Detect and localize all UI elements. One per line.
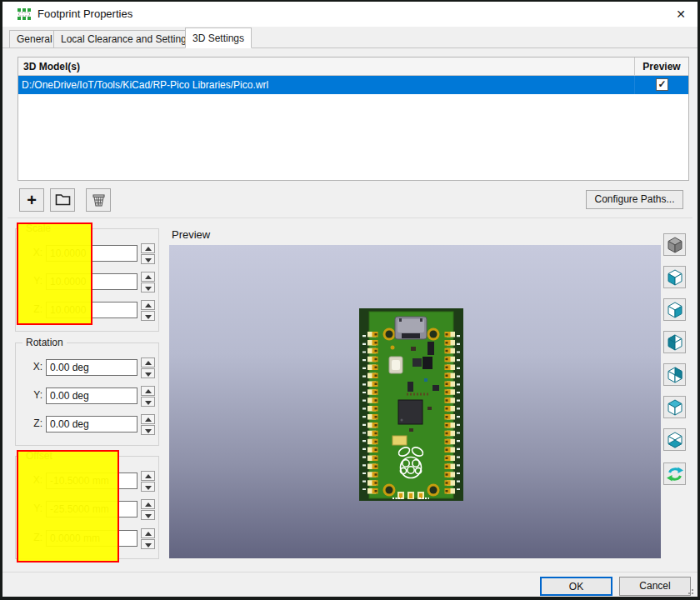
resize-grip[interactable] bbox=[685, 586, 693, 594]
spin-down-button[interactable] bbox=[141, 425, 155, 435]
rotation-x-spinner bbox=[141, 358, 155, 378]
spin-down-button[interactable] bbox=[141, 368, 155, 378]
tab-local-clearance[interactable]: Local Clearance and Settings bbox=[53, 30, 199, 48]
offset-z-input[interactable] bbox=[46, 530, 138, 547]
close-button[interactable]: ✕ bbox=[664, 2, 698, 27]
view-bottom-button[interactable] bbox=[663, 428, 686, 451]
scale-x-label: X: bbox=[18, 247, 42, 258]
rotation-z-label: Z: bbox=[18, 418, 42, 429]
rotation-y-input[interactable] bbox=[46, 388, 138, 404]
tab-3d-settings[interactable]: 3D Settings bbox=[185, 28, 252, 48]
spin-down-button[interactable] bbox=[141, 397, 155, 407]
offset-z-spinner bbox=[141, 528, 155, 549]
spin-down-button[interactable] bbox=[141, 282, 155, 292]
reload-model-button[interactable] bbox=[663, 462, 686, 485]
spin-down-button[interactable] bbox=[141, 510, 155, 520]
scale-group-title: Scale bbox=[22, 222, 54, 234]
preview-checkbox[interactable]: ✓ bbox=[656, 78, 668, 91]
delete-model-button[interactable] bbox=[86, 188, 111, 212]
spin-up-button[interactable] bbox=[141, 272, 155, 282]
spin-up-button[interactable] bbox=[141, 386, 155, 396]
scale-y-label: Y: bbox=[18, 275, 42, 287]
view-left-button[interactable] bbox=[663, 266, 686, 288]
window-title: Footprint Properties bbox=[38, 8, 132, 20]
scale-y-spinner bbox=[141, 272, 155, 292]
model-path-cell[interactable]: D:/OneDrive/IoT/Tools/KiCad/RP-Pico Libr… bbox=[22, 76, 268, 94]
preview-3d-viewport[interactable] bbox=[169, 245, 661, 558]
spin-up-button[interactable] bbox=[141, 528, 155, 538]
rotation-group: Rotation X: Y: Z: bbox=[15, 342, 159, 446]
rotation-y-label: Y: bbox=[18, 389, 42, 401]
configure-paths-button[interactable]: Configure Paths... bbox=[586, 190, 683, 209]
preview-label: Preview bbox=[172, 228, 210, 241]
view-isometric-button[interactable] bbox=[663, 233, 686, 256]
rotation-y-row: Y: bbox=[16, 387, 158, 407]
scale-x-row: X: bbox=[16, 244, 158, 264]
model-table-header: 3D Model(s) Preview bbox=[18, 58, 688, 76]
view-left-icon bbox=[666, 268, 684, 287]
preview-cell: ✓ bbox=[634, 76, 688, 94]
scale-z-spinner bbox=[141, 300, 155, 321]
spin-down-button[interactable] bbox=[141, 311, 155, 321]
scale-z-input[interactable] bbox=[46, 302, 138, 318]
divider bbox=[8, 218, 692, 218]
add-model-icon: + bbox=[27, 191, 37, 209]
offset-x-spinner bbox=[141, 471, 155, 492]
cancel-button[interactable]: Cancel bbox=[619, 577, 691, 596]
offset-y-label: Y: bbox=[18, 502, 42, 514]
offset-y-input[interactable] bbox=[46, 501, 138, 518]
offset-z-label: Z: bbox=[18, 532, 42, 543]
view-top-icon bbox=[666, 398, 684, 417]
offset-x-input[interactable] bbox=[46, 472, 138, 489]
offset-x-label: X: bbox=[18, 474, 42, 486]
model-table: 3D Model(s) Preview D:/OneDrive/IoT/Tool… bbox=[18, 57, 689, 181]
spin-up-button[interactable] bbox=[141, 358, 155, 368]
view-right-button[interactable] bbox=[663, 298, 686, 321]
footprint-icon bbox=[18, 8, 31, 21]
spin-up-button[interactable] bbox=[141, 300, 155, 310]
spin-down-button[interactable] bbox=[141, 539, 155, 549]
rotation-z-input[interactable] bbox=[46, 416, 138, 432]
tab-strip: General Local Clearance and Settings 3D … bbox=[2, 27, 698, 48]
view-front-button[interactable] bbox=[663, 331, 686, 353]
view-bottom-icon bbox=[666, 431, 684, 449]
column-preview: Preview bbox=[634, 58, 688, 76]
ok-button[interactable]: OK bbox=[540, 577, 612, 596]
reload-model-icon bbox=[666, 465, 684, 483]
rotation-y-spinner bbox=[141, 386, 155, 407]
view-top-button[interactable] bbox=[663, 396, 686, 418]
rotation-x-row: X: bbox=[16, 358, 158, 378]
spin-up-button[interactable] bbox=[141, 414, 155, 424]
scale-y-input[interactable] bbox=[46, 273, 138, 290]
footprint-properties-dialog: Footprint Properties ✕ General Local Cle… bbox=[0, 0, 700, 600]
scale-y-row: Y: bbox=[16, 272, 158, 292]
open-folder-button[interactable] bbox=[50, 188, 75, 212]
scale-z-row: Z: bbox=[16, 301, 158, 321]
offset-z-row: Z: bbox=[16, 529, 158, 549]
rotation-group-title: Rotation bbox=[22, 337, 67, 348]
open-folder-icon bbox=[55, 193, 71, 206]
title-bar: Footprint Properties ✕ bbox=[2, 2, 698, 27]
spin-up-button[interactable] bbox=[141, 243, 155, 253]
add-model-button[interactable]: + bbox=[19, 188, 44, 212]
offset-x-row: X: bbox=[16, 472, 158, 492]
footer-divider bbox=[2, 572, 698, 572]
view-right-icon bbox=[666, 301, 684, 319]
rotation-z-row: Z: bbox=[16, 415, 158, 435]
spin-down-button[interactable] bbox=[141, 254, 155, 264]
offset-group-title: Offset bbox=[22, 450, 56, 462]
spin-down-button[interactable] bbox=[141, 482, 155, 492]
scale-x-spinner bbox=[141, 243, 155, 264]
view-front-icon bbox=[666, 333, 684, 352]
pico-board-3d-model bbox=[359, 308, 463, 501]
spin-up-button[interactable] bbox=[141, 499, 155, 509]
scale-x-input[interactable] bbox=[46, 245, 138, 262]
view-back-button[interactable] bbox=[663, 363, 686, 386]
tab-general[interactable]: General bbox=[9, 30, 60, 48]
table-row[interactable]: D:/OneDrive/IoT/Tools/KiCad/RP-Pico Libr… bbox=[18, 76, 688, 94]
offset-y-row: Y: bbox=[16, 500, 158, 520]
spin-up-button[interactable] bbox=[141, 471, 155, 481]
offset-group: Offset X: Y: Z: bbox=[15, 456, 159, 559]
rotation-x-input[interactable] bbox=[46, 359, 138, 376]
view-isometric-icon bbox=[666, 236, 684, 254]
